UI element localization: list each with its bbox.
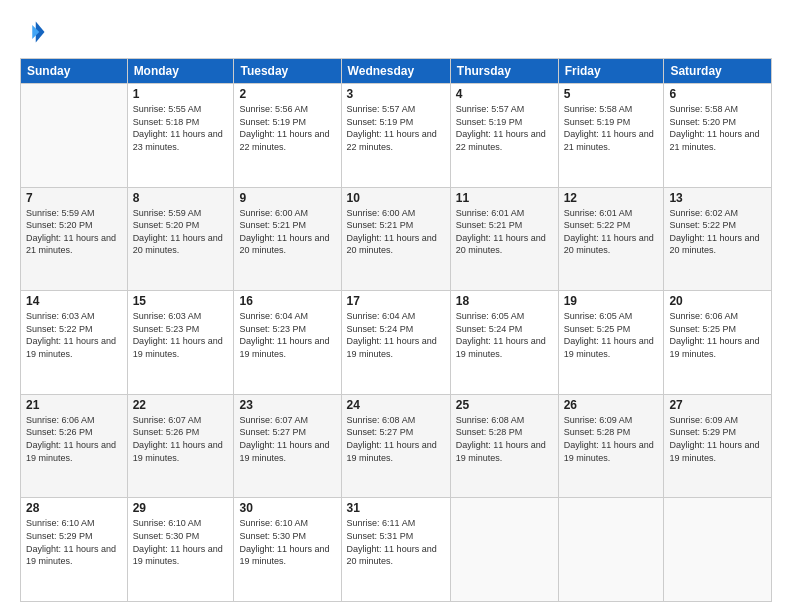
weekday-header-wednesday: Wednesday (341, 59, 450, 84)
calendar-cell: 31Sunrise: 6:11 AMSunset: 5:31 PMDayligh… (341, 498, 450, 602)
cell-text: Sunrise: 6:06 AMSunset: 5:26 PMDaylight:… (26, 415, 116, 463)
calendar-cell: 1Sunrise: 5:55 AMSunset: 5:18 PMDaylight… (127, 84, 234, 188)
cell-text: Sunrise: 6:01 AMSunset: 5:22 PMDaylight:… (564, 208, 654, 256)
calendar-cell: 4Sunrise: 5:57 AMSunset: 5:19 PMDaylight… (450, 84, 558, 188)
weekday-header-row: SundayMondayTuesdayWednesdayThursdayFrid… (21, 59, 772, 84)
day-number: 1 (133, 87, 229, 101)
cell-text: Sunrise: 6:08 AMSunset: 5:28 PMDaylight:… (456, 415, 546, 463)
calendar-cell: 20Sunrise: 6:06 AMSunset: 5:25 PMDayligh… (664, 291, 772, 395)
calendar-cell: 7Sunrise: 5:59 AMSunset: 5:20 PMDaylight… (21, 187, 128, 291)
cell-text: Sunrise: 5:57 AMSunset: 5:19 PMDaylight:… (347, 104, 437, 152)
page: SundayMondayTuesdayWednesdayThursdayFrid… (0, 0, 792, 612)
day-number: 3 (347, 87, 445, 101)
calendar-cell: 2Sunrise: 5:56 AMSunset: 5:19 PMDaylight… (234, 84, 341, 188)
day-number: 12 (564, 191, 659, 205)
calendar: SundayMondayTuesdayWednesdayThursdayFrid… (20, 58, 772, 602)
calendar-cell: 9Sunrise: 6:00 AMSunset: 5:21 PMDaylight… (234, 187, 341, 291)
calendar-cell: 3Sunrise: 5:57 AMSunset: 5:19 PMDaylight… (341, 84, 450, 188)
cell-text: Sunrise: 6:00 AMSunset: 5:21 PMDaylight:… (347, 208, 437, 256)
cell-text: Sunrise: 5:56 AMSunset: 5:19 PMDaylight:… (239, 104, 329, 152)
calendar-cell: 14Sunrise: 6:03 AMSunset: 5:22 PMDayligh… (21, 291, 128, 395)
day-number: 10 (347, 191, 445, 205)
day-number: 22 (133, 398, 229, 412)
day-number: 17 (347, 294, 445, 308)
logo-icon (20, 18, 48, 46)
day-number: 16 (239, 294, 335, 308)
day-number: 18 (456, 294, 553, 308)
day-number: 2 (239, 87, 335, 101)
calendar-cell (450, 498, 558, 602)
day-number: 26 (564, 398, 659, 412)
calendar-cell: 19Sunrise: 6:05 AMSunset: 5:25 PMDayligh… (558, 291, 664, 395)
cell-text: Sunrise: 6:05 AMSunset: 5:24 PMDaylight:… (456, 311, 546, 359)
calendar-cell (558, 498, 664, 602)
weekday-header-thursday: Thursday (450, 59, 558, 84)
cell-text: Sunrise: 6:02 AMSunset: 5:22 PMDaylight:… (669, 208, 759, 256)
day-number: 30 (239, 501, 335, 515)
cell-text: Sunrise: 6:07 AMSunset: 5:26 PMDaylight:… (133, 415, 223, 463)
cell-text: Sunrise: 6:10 AMSunset: 5:29 PMDaylight:… (26, 518, 116, 566)
calendar-cell: 17Sunrise: 6:04 AMSunset: 5:24 PMDayligh… (341, 291, 450, 395)
cell-text: Sunrise: 6:03 AMSunset: 5:22 PMDaylight:… (26, 311, 116, 359)
day-number: 28 (26, 501, 122, 515)
calendar-week-row: 7Sunrise: 5:59 AMSunset: 5:20 PMDaylight… (21, 187, 772, 291)
cell-text: Sunrise: 6:10 AMSunset: 5:30 PMDaylight:… (239, 518, 329, 566)
cell-text: Sunrise: 5:57 AMSunset: 5:19 PMDaylight:… (456, 104, 546, 152)
calendar-cell: 8Sunrise: 5:59 AMSunset: 5:20 PMDaylight… (127, 187, 234, 291)
calendar-cell: 29Sunrise: 6:10 AMSunset: 5:30 PMDayligh… (127, 498, 234, 602)
calendar-cell: 5Sunrise: 5:58 AMSunset: 5:19 PMDaylight… (558, 84, 664, 188)
weekday-header-friday: Friday (558, 59, 664, 84)
cell-text: Sunrise: 5:55 AMSunset: 5:18 PMDaylight:… (133, 104, 223, 152)
calendar-cell: 24Sunrise: 6:08 AMSunset: 5:27 PMDayligh… (341, 394, 450, 498)
cell-text: Sunrise: 6:07 AMSunset: 5:27 PMDaylight:… (239, 415, 329, 463)
cell-text: Sunrise: 5:58 AMSunset: 5:20 PMDaylight:… (669, 104, 759, 152)
cell-text: Sunrise: 6:08 AMSunset: 5:27 PMDaylight:… (347, 415, 437, 463)
calendar-cell: 18Sunrise: 6:05 AMSunset: 5:24 PMDayligh… (450, 291, 558, 395)
cell-text: Sunrise: 5:58 AMSunset: 5:19 PMDaylight:… (564, 104, 654, 152)
day-number: 11 (456, 191, 553, 205)
weekday-header-sunday: Sunday (21, 59, 128, 84)
day-number: 27 (669, 398, 766, 412)
day-number: 31 (347, 501, 445, 515)
cell-text: Sunrise: 5:59 AMSunset: 5:20 PMDaylight:… (26, 208, 116, 256)
calendar-cell: 28Sunrise: 6:10 AMSunset: 5:29 PMDayligh… (21, 498, 128, 602)
day-number: 13 (669, 191, 766, 205)
day-number: 4 (456, 87, 553, 101)
weekday-header-monday: Monday (127, 59, 234, 84)
calendar-week-row: 1Sunrise: 5:55 AMSunset: 5:18 PMDaylight… (21, 84, 772, 188)
cell-text: Sunrise: 6:00 AMSunset: 5:21 PMDaylight:… (239, 208, 329, 256)
header (20, 18, 772, 46)
day-number: 20 (669, 294, 766, 308)
day-number: 25 (456, 398, 553, 412)
calendar-cell: 26Sunrise: 6:09 AMSunset: 5:28 PMDayligh… (558, 394, 664, 498)
day-number: 19 (564, 294, 659, 308)
calendar-cell: 15Sunrise: 6:03 AMSunset: 5:23 PMDayligh… (127, 291, 234, 395)
calendar-cell: 11Sunrise: 6:01 AMSunset: 5:21 PMDayligh… (450, 187, 558, 291)
calendar-cell (664, 498, 772, 602)
calendar-cell: 25Sunrise: 6:08 AMSunset: 5:28 PMDayligh… (450, 394, 558, 498)
day-number: 5 (564, 87, 659, 101)
weekday-header-saturday: Saturday (664, 59, 772, 84)
cell-text: Sunrise: 6:04 AMSunset: 5:23 PMDaylight:… (239, 311, 329, 359)
calendar-cell (21, 84, 128, 188)
calendar-cell: 16Sunrise: 6:04 AMSunset: 5:23 PMDayligh… (234, 291, 341, 395)
weekday-header-tuesday: Tuesday (234, 59, 341, 84)
calendar-cell: 6Sunrise: 5:58 AMSunset: 5:20 PMDaylight… (664, 84, 772, 188)
calendar-cell: 27Sunrise: 6:09 AMSunset: 5:29 PMDayligh… (664, 394, 772, 498)
day-number: 9 (239, 191, 335, 205)
cell-text: Sunrise: 6:05 AMSunset: 5:25 PMDaylight:… (564, 311, 654, 359)
day-number: 29 (133, 501, 229, 515)
day-number: 14 (26, 294, 122, 308)
day-number: 6 (669, 87, 766, 101)
calendar-week-row: 14Sunrise: 6:03 AMSunset: 5:22 PMDayligh… (21, 291, 772, 395)
cell-text: Sunrise: 6:03 AMSunset: 5:23 PMDaylight:… (133, 311, 223, 359)
calendar-week-row: 28Sunrise: 6:10 AMSunset: 5:29 PMDayligh… (21, 498, 772, 602)
calendar-week-row: 21Sunrise: 6:06 AMSunset: 5:26 PMDayligh… (21, 394, 772, 498)
cell-text: Sunrise: 6:11 AMSunset: 5:31 PMDaylight:… (347, 518, 437, 566)
calendar-cell: 22Sunrise: 6:07 AMSunset: 5:26 PMDayligh… (127, 394, 234, 498)
day-number: 21 (26, 398, 122, 412)
cell-text: Sunrise: 5:59 AMSunset: 5:20 PMDaylight:… (133, 208, 223, 256)
cell-text: Sunrise: 6:04 AMSunset: 5:24 PMDaylight:… (347, 311, 437, 359)
cell-text: Sunrise: 6:09 AMSunset: 5:29 PMDaylight:… (669, 415, 759, 463)
calendar-cell: 13Sunrise: 6:02 AMSunset: 5:22 PMDayligh… (664, 187, 772, 291)
